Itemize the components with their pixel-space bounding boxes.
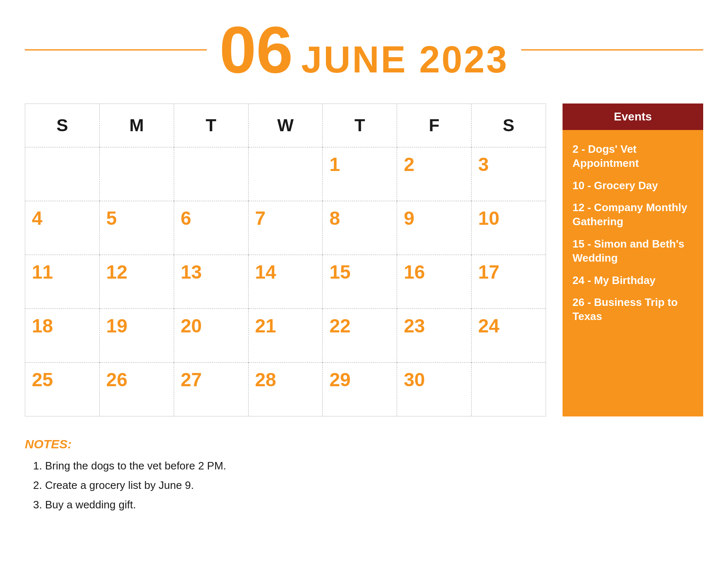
events-body: 2 - Dogs' Vet Appointment10 - Grocery Da… xyxy=(563,130,703,416)
event-item: 26 - Business Trip to Texas xyxy=(572,296,693,324)
day-of-week-header: M xyxy=(99,104,174,147)
calendar-day-cell: 2 xyxy=(397,147,472,201)
day-of-week-header: T xyxy=(174,104,248,147)
calendar-day-cell: 23 xyxy=(397,309,472,363)
day-number: 12 xyxy=(106,261,127,283)
notes-list: 1. Bring the dogs to the vet before 2 PM… xyxy=(25,456,703,514)
day-number: 20 xyxy=(181,315,202,337)
calendar-week-row: 123 xyxy=(25,147,546,201)
calendar-day-cell: 21 xyxy=(248,309,323,363)
event-item: 2 - Dogs' Vet Appointment xyxy=(572,142,693,171)
calendar-week-row: 11121314151617 xyxy=(25,255,546,309)
month-number: 06 xyxy=(219,17,293,83)
calendar-day-cell: 11 xyxy=(25,255,100,309)
day-number: 27 xyxy=(181,369,202,390)
day-number: 28 xyxy=(255,369,276,390)
calendar-day-cell: 20 xyxy=(174,309,248,363)
calendar-day-cell xyxy=(25,147,100,201)
day-number: 22 xyxy=(329,315,350,337)
calendar-table: SMTWTFS 12345678910111213141516171819202… xyxy=(25,103,546,416)
calendar-day-cell: 9 xyxy=(397,201,472,255)
day-number: 3 xyxy=(478,154,489,175)
event-item: 15 - Simon and Beth's Wedding xyxy=(572,237,693,265)
calendar-day-cell: 1 xyxy=(323,147,397,201)
calendar-day-cell: 3 xyxy=(472,147,546,201)
day-number: 8 xyxy=(329,207,340,229)
notes-title: NOTES: xyxy=(25,437,703,451)
calendar-day-cell: 19 xyxy=(99,309,174,363)
calendar-day-cell xyxy=(99,147,174,201)
events-header: Events xyxy=(563,103,703,130)
calendar-wrapper: SMTWTFS 12345678910111213141516171819202… xyxy=(25,103,546,416)
calendar-day-cell: 10 xyxy=(472,201,546,255)
day-of-week-header: S xyxy=(25,104,100,147)
note-item: 2. Create a grocery list by June 9. xyxy=(33,476,703,495)
notes-section: NOTES: 1. Bring the dogs to the vet befo… xyxy=(0,429,728,531)
note-item: 1. Bring the dogs to the vet before 2 PM… xyxy=(33,456,703,476)
calendar-day-cell: 5 xyxy=(99,201,174,255)
calendar-day-cell: 13 xyxy=(174,255,248,309)
header-line-right xyxy=(521,49,703,51)
month-name: JUNE 2023 xyxy=(301,38,508,81)
day-number: 29 xyxy=(329,369,350,390)
calendar-day-cell: 6 xyxy=(174,201,248,255)
calendar-day-cell: 15 xyxy=(323,255,397,309)
day-number: 16 xyxy=(404,261,425,283)
day-number: 14 xyxy=(255,261,276,283)
day-number: 23 xyxy=(404,315,425,337)
calendar-day-cell: 7 xyxy=(248,201,323,255)
day-number: 6 xyxy=(181,207,192,229)
day-number: 1 xyxy=(329,154,340,175)
header-title: 06 JUNE 2023 xyxy=(219,17,508,83)
calendar-day-cell: 4 xyxy=(25,201,100,255)
main-content: SMTWTFS 12345678910111213141516171819202… xyxy=(0,95,728,429)
calendar-day-cell: 30 xyxy=(397,363,472,416)
day-number: 30 xyxy=(404,369,425,390)
note-item: 3. Buy a wedding gift. xyxy=(33,495,703,515)
calendar-day-cell: 17 xyxy=(472,255,546,309)
day-number: 7 xyxy=(255,207,266,229)
day-number: 5 xyxy=(106,207,117,229)
day-number: 26 xyxy=(106,369,127,390)
calendar-day-cell: 29 xyxy=(323,363,397,416)
calendar-day-cell: 14 xyxy=(248,255,323,309)
event-item: 24 - My Birthday xyxy=(572,274,693,288)
calendar-day-cell xyxy=(174,147,248,201)
calendar-day-cell xyxy=(248,147,323,201)
calendar-day-cell: 28 xyxy=(248,363,323,416)
calendar-day-cell: 24 xyxy=(472,309,546,363)
header: 06 JUNE 2023 xyxy=(0,0,728,95)
day-number: 10 xyxy=(478,207,499,229)
day-number: 25 xyxy=(32,369,53,390)
events-panel: Events 2 - Dogs' Vet Appointment10 - Gro… xyxy=(563,103,703,416)
day-of-week-header: T xyxy=(323,104,397,147)
calendar-week-row: 252627282930 xyxy=(25,363,546,416)
calendar-week-row: 18192021222324 xyxy=(25,309,546,363)
calendar-day-cell: 22 xyxy=(323,309,397,363)
calendar-day-cell: 18 xyxy=(25,309,100,363)
day-number: 13 xyxy=(181,261,202,283)
day-number: 18 xyxy=(32,315,53,337)
calendar-day-cell: 26 xyxy=(99,363,174,416)
calendar-header-row: SMTWTFS xyxy=(25,104,546,147)
calendar-week-row: 45678910 xyxy=(25,201,546,255)
calendar-day-cell: 8 xyxy=(323,201,397,255)
calendar-day-cell: 27 xyxy=(174,363,248,416)
day-of-week-header: W xyxy=(248,104,323,147)
day-number: 2 xyxy=(404,154,414,175)
day-of-week-header: S xyxy=(472,104,546,147)
day-number: 9 xyxy=(404,207,414,229)
calendar-day-cell: 16 xyxy=(397,255,472,309)
calendar-day-cell: 25 xyxy=(25,363,100,416)
day-of-week-header: F xyxy=(397,104,472,147)
calendar-day-cell xyxy=(472,363,546,416)
day-number: 15 xyxy=(329,261,350,283)
event-item: 10 - Grocery Day xyxy=(572,179,693,193)
day-number: 4 xyxy=(32,207,43,229)
day-number: 11 xyxy=(32,261,53,283)
day-number: 24 xyxy=(478,315,499,337)
day-number: 21 xyxy=(255,315,276,337)
day-number: 17 xyxy=(478,261,499,283)
day-number: 19 xyxy=(106,315,127,337)
header-line-left xyxy=(25,49,207,51)
